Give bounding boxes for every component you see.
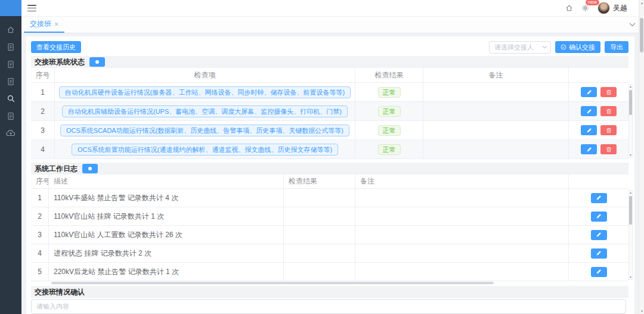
edit-button[interactable] (581, 106, 597, 116)
col-header-item: 检查项 (55, 68, 355, 82)
sidebar-item-doc-2[interactable] (0, 55, 21, 73)
table-row: 4 OCS系统前置功能运行情况(通道规约的解析、通道监视、报文曲线、历史报文存储… (31, 140, 628, 159)
scrollbar-thumb[interactable] (629, 90, 632, 115)
export-button[interactable]: 导出 (605, 41, 628, 53)
row-index: 4 (31, 244, 49, 262)
row-index: 2 (31, 102, 55, 120)
edit-button[interactable] (591, 193, 607, 203)
add-status-item-button[interactable] (89, 57, 105, 67)
tab-handover[interactable]: 交接班 × (24, 17, 64, 33)
tab-close-icon[interactable]: × (54, 21, 58, 28)
table-scrollbar: ▲ ▼ (628, 190, 633, 280)
app-window: new 吴越 交接班 × 查看交接历史 (0, 0, 644, 314)
edit-button[interactable] (581, 87, 597, 97)
sidebar-item-upload[interactable] (0, 125, 21, 142)
row-index: 1 (31, 83, 55, 101)
remark-cell (423, 83, 569, 101)
main-area: new 吴越 交接班 × 查看交接历史 (21, 0, 644, 314)
handover-person-select-input[interactable] (489, 41, 551, 54)
section-work-log-header: 系统工作日志 (31, 163, 628, 175)
table-scrollbar: ▲ ▼ (628, 84, 633, 158)
delete-button[interactable] (600, 87, 617, 97)
sidebar-item-doc-4[interactable] (0, 107, 21, 125)
table-header-row: 序号 描述 检查结果 备注 (31, 175, 628, 189)
check-item-chip: OCS系统前置功能运行情况(通道规约的解析、通道监视、报文曲线、历史报文存储等等… (72, 144, 338, 156)
new-badge: new (586, 0, 599, 5)
col-header-desc: 描述 (49, 175, 284, 188)
cut-off-row (26, 311, 634, 314)
log-description: 进程状态 挂牌 记录数共计 2 次 (49, 244, 284, 262)
top-header: new 吴越 (21, 0, 644, 17)
scroll-down-arrow-icon[interactable]: ▼ (629, 153, 632, 157)
table-row: 5 220kV后龙站 禁止告警 记录数共计 1 次 (31, 263, 628, 281)
confirm-handover-label: 确认交接 (569, 43, 595, 52)
document-icon (7, 43, 15, 51)
row-index: 3 (31, 226, 49, 244)
add-log-item-button[interactable] (82, 164, 98, 173)
sidebar-item-home[interactable] (0, 21, 21, 38)
col-header-result: 检查结果 (284, 175, 355, 188)
result-cell (284, 226, 355, 244)
delete-button[interactable] (600, 106, 617, 116)
tabbar-chevron-down-icon[interactable] (629, 17, 636, 33)
result-cell (284, 189, 355, 207)
user-menu[interactable]: 吴越 (597, 2, 627, 14)
col-header-no: 序号 (31, 175, 49, 188)
search-icon (7, 94, 16, 103)
remark-cell (355, 263, 569, 281)
scroll-down-arrow-icon[interactable]: ▼ (640, 309, 644, 313)
settings-button[interactable]: new (581, 4, 589, 12)
edit-button[interactable] (591, 212, 607, 222)
scroll-up-arrow-icon[interactable]: ▲ (629, 85, 632, 89)
log-description: 110kV丰盛站 禁止告警 记录数共计 4 次 (49, 189, 284, 207)
toolbar-right: 确认交接 导出 (489, 41, 628, 54)
check-circle-icon (561, 44, 566, 50)
table-header-row: 序号 检查项 检查结果 备注 (31, 68, 628, 83)
home-shortcut-button[interactable] (565, 4, 573, 12)
edit-button[interactable] (591, 248, 607, 259)
log-description: 220kV后龙站 禁止告警 记录数共计 1 次 (49, 263, 284, 281)
result-cell (284, 207, 355, 225)
col-header-actions (569, 175, 628, 188)
edit-button[interactable] (591, 267, 607, 277)
hamburger-menu-icon[interactable] (27, 5, 36, 11)
dot-icon (88, 167, 92, 170)
status-badge: 正常 (378, 144, 401, 155)
app-logo (0, 0, 21, 16)
scrollbar-thumb[interactable] (629, 196, 632, 225)
remark-cell (423, 102, 569, 120)
cloud-upload-icon (6, 129, 16, 137)
scroll-up-arrow-icon[interactable]: ▲ (640, 1, 644, 5)
delete-button[interactable] (600, 125, 617, 135)
row-index: 2 (31, 207, 49, 225)
col-header-actions (569, 68, 628, 82)
content-area: 查看交接历史 确认交接 (21, 33, 644, 314)
sidebar-item-doc-1[interactable] (0, 38, 21, 55)
sidebar-item-doc-3[interactable] (0, 73, 21, 90)
scroll-up-arrow-icon[interactable]: ▲ (629, 191, 632, 195)
dot-icon (95, 60, 99, 64)
col-header-remark: 备注 (355, 175, 569, 188)
edit-button[interactable] (591, 230, 607, 240)
scrollbar-thumb[interactable] (51, 282, 494, 284)
header-right-cluster: new 吴越 (565, 2, 636, 14)
edit-button[interactable] (581, 125, 597, 135)
document-icon (7, 77, 15, 86)
edit-button[interactable] (581, 144, 597, 154)
result-cell (284, 263, 355, 281)
scroll-down-arrow-icon[interactable]: ▼ (629, 275, 632, 279)
section-confirm-header: 交接班情况确认 (31, 286, 628, 298)
handover-person-select[interactable] (489, 41, 551, 54)
sidebar-item-search[interactable] (0, 90, 21, 107)
home-icon (7, 26, 15, 34)
log-description: 110kV官山站 挂牌 记录数共计 1 次 (49, 207, 284, 225)
remark-cell (355, 226, 569, 244)
remark-cell (355, 189, 569, 207)
confirm-handover-button[interactable]: 确认交接 (555, 41, 600, 53)
view-history-button[interactable]: 查看交接历史 (31, 41, 81, 53)
delete-button[interactable] (600, 144, 617, 154)
scrollbar-thumb[interactable] (640, 18, 643, 52)
work-log-table: 序号 描述 检查结果 备注 1 110kV丰盛站 禁止告警 记录数共计 4 次 (31, 175, 628, 281)
table-row: 3 110kV官山站 人工置数 记录数共计 26 次 (31, 226, 628, 244)
table-row: 4 进程状态 挂牌 记录数共计 2 次 (31, 244, 628, 263)
